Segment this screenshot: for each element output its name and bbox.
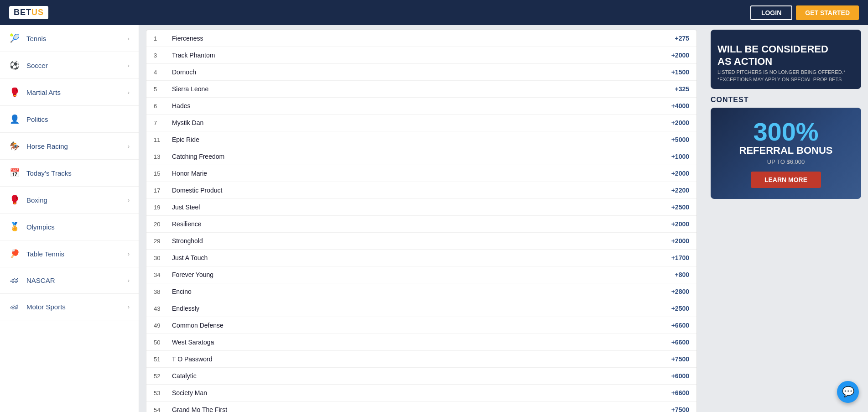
table-row[interactable]: 6 Hades +4000: [146, 98, 696, 115]
horse-number: 20: [154, 221, 172, 228]
sidebar-item-left: 🥊 Boxing: [9, 195, 47, 205]
table-row[interactable]: 50 West Saratoga +6600: [146, 334, 696, 351]
sidebar-item-label: Politics: [26, 115, 48, 123]
odds-value: +2000: [671, 220, 689, 228]
horse-number: 4: [154, 69, 172, 76]
horse-number: 19: [154, 204, 172, 211]
odds-value: +7500: [671, 355, 689, 363]
horse-number: 51: [154, 356, 172, 363]
contest-banner: 300% REFERRAL BONUS UP TO $6,000 LEARN M…: [711, 108, 861, 199]
horse-number: 5: [154, 86, 172, 93]
sidebar-item-politics[interactable]: 👤 Politics: [0, 106, 139, 133]
table-row[interactable]: 52 Catalytic +6000: [146, 368, 696, 385]
promo-sub1: LISTED PITCHERS IS NO LONGER BEING OFFER…: [717, 69, 854, 75]
horse-name: Domestic Product: [172, 187, 671, 194]
sidebar-item-boxing[interactable]: 🥊 Boxing ›: [0, 187, 139, 214]
header-buttons: LOGIN GET STARTED: [750, 5, 859, 20]
horse-number: 29: [154, 238, 172, 245]
table-row[interactable]: 43 Endlessly +2500: [146, 300, 696, 317]
horse-number: 1: [154, 35, 172, 42]
login-button[interactable]: LOGIN: [750, 5, 792, 20]
odds-value: +6000: [671, 372, 689, 380]
chat-button[interactable]: 💬: [837, 381, 859, 403]
horse-number: 52: [154, 373, 172, 380]
horse-name: Fierceness: [172, 35, 675, 42]
sidebar-item-left: 🏇 Horse Racing: [9, 141, 68, 151]
sidebar-item-left: 🏓 Table Tennis: [9, 249, 64, 259]
odds-table: 1 Fierceness +275 3 Track Phantom +2000 …: [146, 30, 697, 412]
sidebar-item-tennis[interactable]: 🎾 Tennis ›: [0, 25, 139, 52]
table-row[interactable]: 51 T O Password +7500: [146, 351, 696, 368]
sidebar-item-olympics[interactable]: 🏅 Olympics: [0, 214, 139, 240]
horse-number: 38: [154, 288, 172, 295]
sidebar-item-todays-tracks[interactable]: 📅 Today's Tracks: [0, 160, 139, 187]
sidebar-item-left: 🏎 NASCAR: [9, 276, 55, 285]
table-row[interactable]: 7 Mystik Dan +2000: [146, 115, 696, 131]
sidebar-item-label: Table Tennis: [26, 250, 64, 258]
table-row[interactable]: 5 Sierra Leone +325: [146, 81, 696, 98]
chevron-icon: ›: [128, 277, 130, 284]
horse-name: Just A Touch: [172, 254, 671, 261]
table-row[interactable]: 3 Track Phantom +2000: [146, 47, 696, 64]
table-row[interactable]: 19 Just Steel +2500: [146, 199, 696, 216]
table-row[interactable]: 11 Epic Ride +5000: [146, 131, 696, 148]
horse-name: Stronghold: [172, 237, 671, 245]
layout: 🎾 Tennis › ⚽ Soccer › 🥊 Martial Arts › 👤…: [0, 25, 868, 412]
odds-value: +4000: [671, 102, 689, 110]
odds-value: +2500: [671, 305, 689, 312]
chevron-icon: ›: [128, 250, 130, 257]
sidebar-item-label: Tennis: [26, 35, 46, 42]
odds-value: +1000: [671, 153, 689, 160]
sidebar-icon-tennis: 🎾: [9, 33, 20, 43]
horse-number: 13: [154, 153, 172, 160]
chat-icon: 💬: [842, 386, 854, 398]
sidebar-item-left: 🏎 Motor Sports: [9, 302, 66, 312]
table-row[interactable]: 15 Honor Marie +2000: [146, 165, 696, 182]
horse-name: Epic Ride: [172, 136, 671, 143]
odds-value: +2000: [671, 170, 689, 177]
horse-name: Mystik Dan: [172, 119, 671, 126]
table-row[interactable]: 53 Society Man +6600: [146, 385, 696, 402]
sidebar-icon-olympics: 🏅: [9, 222, 20, 232]
sidebar-item-soccer[interactable]: ⚽ Soccer ›: [0, 52, 139, 79]
sidebar-item-horse-racing[interactable]: 🏇 Horse Racing ›: [0, 133, 139, 160]
get-started-button[interactable]: GET STARTED: [796, 5, 859, 20]
horse-number: 43: [154, 305, 172, 312]
promo-line1: WILL BE CONSIDERED: [717, 43, 854, 55]
table-row[interactable]: 49 Common Defense +6600: [146, 317, 696, 334]
horse-number: 50: [154, 339, 172, 346]
table-row[interactable]: 34 Forever Young +800: [146, 266, 696, 283]
table-row[interactable]: 30 Just A Touch +1700: [146, 250, 696, 266]
table-row[interactable]: 54 Grand Mo The First +7500: [146, 402, 696, 412]
horse-name: West Saratoga: [172, 339, 671, 346]
odds-value: +2000: [671, 52, 689, 59]
contest-bonus-label: REFERRAL BONUS: [739, 145, 833, 156]
sidebar-item-left: 🥊 Martial Arts: [9, 87, 61, 97]
horse-name: Grand Mo The First: [172, 406, 671, 412]
chevron-icon: ›: [128, 143, 130, 150]
chevron-icon: ›: [128, 197, 130, 203]
sidebar-item-martial-arts[interactable]: 🥊 Martial Arts ›: [0, 79, 139, 106]
sidebar-item-table-tennis[interactable]: 🏓 Table Tennis ›: [0, 240, 139, 267]
contest-label: CONTEST: [711, 96, 861, 104]
main-content: 1 Fierceness +275 3 Track Phantom +2000 …: [139, 25, 704, 412]
table-row[interactable]: 29 Stronghold +2000: [146, 233, 696, 250]
table-row[interactable]: 13 Catching Freedom +1000: [146, 148, 696, 165]
sidebar-icon-horse-racing: 🏇: [9, 141, 20, 151]
horse-name: T O Password: [172, 355, 671, 363]
sidebar: 🎾 Tennis › ⚽ Soccer › 🥊 Martial Arts › 👤…: [0, 25, 139, 412]
table-row[interactable]: 38 Encino +2800: [146, 283, 696, 300]
learn-more-button[interactable]: LEARN MORE: [751, 172, 821, 188]
horse-name: Society Man: [172, 389, 671, 396]
sidebar-item-motor-sports[interactable]: 🏎 Motor Sports ›: [0, 294, 139, 320]
table-row[interactable]: 1 Fierceness +275: [146, 30, 696, 47]
chevron-icon: ›: [128, 62, 130, 69]
sidebar-item-nascar[interactable]: 🏎 NASCAR ›: [0, 267, 139, 294]
horse-number: 30: [154, 255, 172, 261]
table-row[interactable]: 4 Dornoch +1500: [146, 64, 696, 81]
sidebar-item-label: NASCAR: [26, 276, 55, 284]
table-row[interactable]: 17 Domestic Product +2200: [146, 182, 696, 199]
table-row[interactable]: 20 Resilience +2000: [146, 216, 696, 233]
sidebar-icon-todays-tracks: 📅: [9, 168, 20, 178]
sidebar-item-left: 👤 Politics: [9, 114, 48, 124]
